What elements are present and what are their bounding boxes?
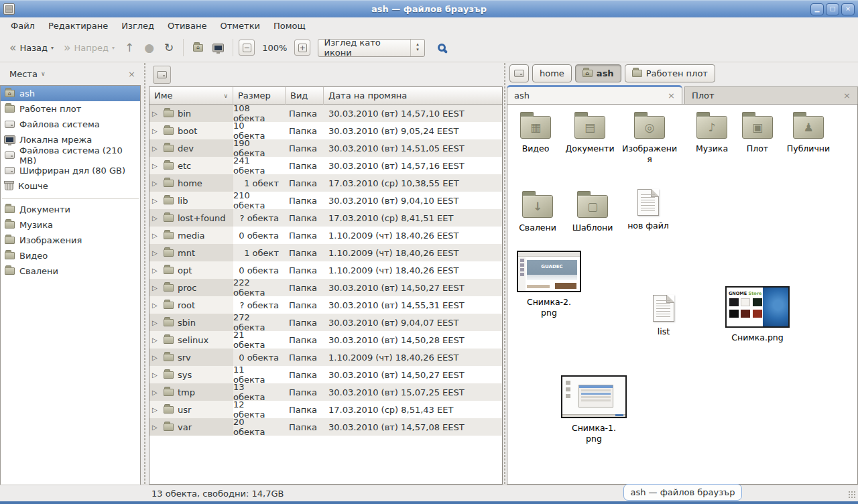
expander-icon[interactable]: ▷ <box>152 180 160 187</box>
table-row[interactable]: ▷ root ? обекта Папка 30.03.2010 (вт) 14… <box>149 296 502 314</box>
expander-icon[interactable]: ▷ <box>152 336 160 344</box>
table-row[interactable]: ▷ selinux 21 обекта Папка 30.03.2010 (вт… <box>149 331 502 349</box>
icon-item-snimka-2[interactable]: GUADEC Снимка-2.png <box>515 251 583 318</box>
table-row[interactable]: ▷ sys 11 обекта Папка 30.03.2010 (вт) 14… <box>149 366 502 383</box>
table-row[interactable]: ▷ dev 190 обекта Папка 30.03.2010 (вт) 1… <box>149 139 502 157</box>
menu-help[interactable]: Помощ <box>267 19 312 33</box>
sidebar-mode-combo[interactable]: Места ∨ <box>5 67 50 81</box>
table-row[interactable]: ▷ lib 210 обекта Папка 30.03.2010 (вт) 9… <box>149 192 502 209</box>
breadcrumb-home-button[interactable]: home <box>532 64 572 82</box>
expander-icon[interactable]: ▷ <box>152 162 160 170</box>
search-button[interactable] <box>434 41 450 54</box>
resize-grip[interactable] <box>848 491 856 499</box>
icon-item-snimka[interactable]: GNOME Store Снимка.png <box>724 286 791 343</box>
icon-item-list[interactable]: list <box>644 295 684 337</box>
icon-item-templates[interactable]: ▢ Шаблони <box>566 190 619 233</box>
menu-view[interactable]: Изглед <box>115 19 161 33</box>
table-row[interactable]: ▷ home 1 обект Папка 17.03.2010 (ср) 10,… <box>149 174 502 192</box>
pane-resize-handle[interactable] <box>141 62 149 485</box>
close-button[interactable]: × <box>841 3 855 15</box>
sidebar-item-pictures[interactable]: Изображения <box>1 233 140 248</box>
menu-file[interactable]: Файл <box>4 19 42 33</box>
column-header-type[interactable]: Вид <box>286 87 324 105</box>
table-row[interactable]: ▷ opt 0 обекта Папка 1.10.2009 (чт) 18,4… <box>149 261 502 279</box>
expander-icon[interactable]: ▷ <box>152 319 160 326</box>
expander-icon[interactable]: ▷ <box>152 284 160 292</box>
icon-item-video[interactable]: ▦ Видео <box>507 111 564 154</box>
icon-item-documents[interactable]: ▤ Документи <box>561 111 619 154</box>
sidebar-item-ash[interactable]: ⌂ ash <box>1 86 140 101</box>
expander-icon[interactable]: ▷ <box>152 389 160 396</box>
sidebar-item-encrypted-80gb[interactable]: Шифриран дял (80 GB) <box>1 163 140 178</box>
menu-go[interactable]: Отиване <box>161 19 213 33</box>
menu-bookmarks[interactable]: Отметки <box>213 19 266 33</box>
expander-icon[interactable]: ▷ <box>152 145 160 152</box>
table-row[interactable]: ▷ etc 241 обекта Папка 30.03.2010 (вт) 1… <box>149 157 502 174</box>
expander-icon[interactable]: ▷ <box>152 267 160 274</box>
breadcrumb-root-button[interactable] <box>509 64 529 82</box>
expander-icon[interactable]: ▷ <box>152 214 160 222</box>
table-row[interactable]: ▷ boot 10 обекта Папка 30.03.2010 (вт) 9… <box>149 122 502 139</box>
sidebar-item-desktop[interactable]: Работен плот <box>1 101 140 117</box>
home-button[interactable]: ⌂ <box>189 42 207 54</box>
icon-item-new-file[interactable]: нов файл <box>621 189 675 231</box>
icon-item-desktop[interactable]: ▣ Плот <box>731 111 784 154</box>
zoom-in-button[interactable]: + <box>294 40 310 56</box>
menu-edit[interactable]: Редактиране <box>42 19 115 33</box>
computer-button[interactable] <box>209 42 227 54</box>
stop-button[interactable]: ● <box>140 40 158 56</box>
expander-icon[interactable]: ▷ <box>152 110 160 117</box>
expander-icon[interactable]: ▷ <box>152 197 160 204</box>
icon-item-public[interactable]: ♟ Публични <box>780 111 837 154</box>
table-row[interactable]: ▷ mnt 1 обект Папка 1.10.2009 (чт) 18,40… <box>149 244 502 261</box>
expander-icon[interactable]: ▷ <box>152 354 160 361</box>
sidebar-item-filesystem-210mb[interactable]: Файлова система (210 MB) <box>1 147 140 163</box>
breadcrumb-desktop-button[interactable]: Работен плот <box>625 64 715 82</box>
taskbar-window-button[interactable]: ash — файлов браузър <box>623 484 742 501</box>
expander-icon[interactable]: ▷ <box>152 249 160 257</box>
zoom-out-button[interactable]: − <box>239 40 255 56</box>
table-row[interactable]: ▷ var 20 обекта Папка 30.03.2010 (вт) 14… <box>149 418 502 436</box>
table-row[interactable]: ▷ sbin 272 обекта Папка 30.03.2010 (вт) … <box>149 314 502 331</box>
table-row[interactable]: ▷ bin 108 обекта Папка 30.03.2010 (вт) 1… <box>149 105 502 122</box>
expander-icon[interactable]: ▷ <box>152 371 160 379</box>
back-button[interactable]: « Назад ▾ <box>5 40 58 56</box>
table-row[interactable]: ▷ usr 12 обекта Папка 17.03.2010 (ср) 8,… <box>149 401 502 418</box>
icon-item-snimka-1[interactable]: Снимка-1.png <box>560 375 627 444</box>
icon-item-pictures[interactable]: ◎ Изображения <box>619 111 680 164</box>
expander-icon[interactable]: ▷ <box>152 406 160 414</box>
tab-plot[interactable]: Плот × <box>684 86 858 104</box>
table-row[interactable]: ▷ media 0 обекта Папка 1.10.2009 (чт) 18… <box>149 227 502 244</box>
expander-icon[interactable]: ▷ <box>152 127 160 135</box>
icon-item-downloads[interactable]: ↓ Свалени <box>511 190 564 233</box>
expander-icon[interactable]: ▷ <box>152 232 160 239</box>
sidebar-close-icon[interactable]: × <box>128 69 135 79</box>
table-row[interactable]: ▷ proc 222 обекта Папка 30.03.2010 (вт) … <box>149 279 502 296</box>
column-header-date[interactable]: Дата на промяна <box>324 87 502 105</box>
tab-close-icon[interactable]: × <box>668 90 675 101</box>
breadcrumb-ash-button[interactable]: ⌂ ash <box>575 64 621 82</box>
table-row[interactable]: ▷ tmp 13 обекта Папка 30.03.2010 (вт) 15… <box>149 383 502 401</box>
sidebar-item-documents[interactable]: Документи <box>1 202 140 217</box>
sidebar-item-video[interactable]: Видео <box>1 248 140 263</box>
expander-icon[interactable]: ▷ <box>152 302 160 309</box>
maximize-button[interactable]: □ <box>826 3 839 15</box>
minimize-button[interactable]: ▁ <box>810 3 824 15</box>
sidebar-item-trash[interactable]: Кошче <box>1 178 140 194</box>
column-header-name[interactable]: Име ∨ <box>149 87 233 105</box>
sidebar-item-music[interactable]: Музика <box>1 217 140 233</box>
back-dropdown-icon[interactable]: ▾ <box>51 45 54 51</box>
expander-icon[interactable]: ▷ <box>152 424 160 431</box>
tab-ash[interactable]: ash × <box>507 85 682 104</box>
column-header-size[interactable]: Размер <box>233 87 286 105</box>
view-mode-combo[interactable]: Изглед като икони ▴▾ <box>318 39 425 57</box>
up-button[interactable]: ↑ <box>121 40 138 56</box>
reload-button[interactable]: ↻ <box>160 40 178 56</box>
forward-button[interactable]: » Напред ▾ <box>60 40 119 56</box>
tree-root-button[interactable] <box>153 66 171 84</box>
sidebar-item-filesystem[interactable]: Файлова система <box>1 117 140 132</box>
tab-close-icon[interactable]: × <box>843 90 851 101</box>
table-row[interactable]: ▷ srv 0 обекта Папка 1.10.2009 (чт) 18,4… <box>149 349 502 366</box>
table-row[interactable]: ▷ lost+found ? обекта Папка 17.03.2010 (… <box>149 209 502 227</box>
sidebar-item-downloads[interactable]: Свалени <box>1 263 140 279</box>
